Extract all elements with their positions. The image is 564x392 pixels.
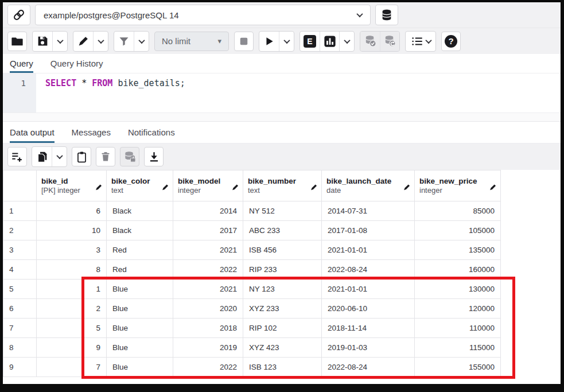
data-cell[interactable]: 2021-01-01 [322,240,415,260]
connection-select[interactable]: example/postgres@PostgreSQL 14 [35,5,371,25]
data-cell[interactable]: ISB 123 [243,358,322,377]
data-cell[interactable]: 160000 [415,260,501,280]
data-cell[interactable]: XYZ 233 [243,299,322,319]
column-header-bike_new_price[interactable]: bike_new_priceinteger [415,170,501,201]
execute-menu-button[interactable] [279,32,294,51]
data-cell[interactable]: Blue [107,338,173,358]
data-cell[interactable]: 2020-06-10 [322,299,415,319]
data-cell[interactable]: 5 [37,319,107,338]
data-cell[interactable]: NY 512 [243,201,322,221]
tab-query-history[interactable]: Query History [50,54,103,73]
data-cell[interactable]: 135000 [415,240,501,260]
copy-button[interactable] [32,147,52,166]
data-cell[interactable]: 130000 [415,280,501,299]
data-cell[interactable]: 2018-11-14 [322,319,415,338]
tab-notifications[interactable]: Notifications [128,122,175,143]
column-header-bike_launch_date[interactable]: bike_launch_datedate [322,170,415,201]
explain-analyze-button[interactable] [320,32,339,51]
tab-query[interactable]: Query [10,54,33,73]
data-cell[interactable]: NY 123 [243,280,322,299]
row-number-cell[interactable]: 3 [3,240,37,260]
row-number-cell[interactable]: 7 [3,319,37,338]
data-cell[interactable]: 2021 [173,280,243,299]
download-button[interactable] [144,147,164,166]
data-cell[interactable]: Red [107,240,173,260]
save-menu-button[interactable] [52,32,67,51]
data-cell[interactable]: Black [107,201,173,221]
data-cell[interactable]: 2021 [173,240,243,260]
edit-column-icon[interactable] [162,183,169,191]
data-cell[interactable]: ABC 233 [243,221,322,240]
panel-divider[interactable] [3,112,561,122]
row-number-header[interactable] [3,170,37,201]
data-cell[interactable]: 2017-01-08 [322,221,415,240]
edit-column-icon[interactable] [403,183,411,191]
save-data-button[interactable] [120,147,139,166]
stop-button[interactable] [234,32,254,51]
data-cell[interactable]: Blue [107,299,173,319]
data-cell[interactable]: XYZ 423 [243,338,322,358]
explain-button[interactable]: E [300,32,320,51]
data-cell[interactable]: 6 [37,201,107,221]
data-cell[interactable]: 110000 [415,319,501,338]
data-cell[interactable]: 7 [37,358,107,377]
edit-menu-button[interactable] [93,32,108,51]
row-limit-select[interactable]: No limit ▾ [154,32,229,51]
data-cell[interactable]: RIP 233 [243,260,322,280]
tab-data-output[interactable]: Data output [10,122,55,143]
data-cell[interactable]: 2022 [173,260,243,280]
new-connection-button[interactable] [375,5,398,25]
data-cell[interactable]: 10 [37,221,107,240]
data-cell[interactable]: 105000 [415,221,501,240]
edit-column-icon[interactable] [310,183,318,191]
connection-status-button[interactable] [7,5,30,25]
data-cell[interactable]: 2020 [173,299,243,319]
execute-button[interactable] [259,32,279,51]
data-cell[interactable]: Blue [107,319,173,338]
data-cell[interactable]: 2018 [173,319,243,338]
row-number-cell[interactable]: 8 [3,338,37,358]
column-header-bike_color[interactable]: bike_colortext [107,170,173,201]
edit-button[interactable] [73,32,93,51]
row-number-cell[interactable]: 6 [3,299,37,319]
data-cell[interactable]: Blue [107,280,173,299]
delete-row-button[interactable] [96,147,115,166]
row-number-cell[interactable]: 2 [3,221,37,240]
data-cell[interactable]: 2014-07-31 [322,201,415,221]
paste-button[interactable] [72,147,91,166]
filter-menu-button[interactable] [134,32,149,51]
copy-menu-button[interactable] [52,147,67,166]
data-cell[interactable]: RIP 102 [243,319,322,338]
save-button[interactable] [33,32,52,51]
row-number-cell[interactable]: 4 [3,260,37,280]
data-cell[interactable]: Black [107,221,173,240]
filter-button[interactable] [114,32,134,51]
commit-button[interactable] [360,32,380,51]
help-button[interactable]: ? [441,32,461,51]
edit-column-icon[interactable] [95,183,103,191]
edit-column-icon[interactable] [489,183,497,191]
edit-column-icon[interactable] [232,183,239,191]
column-header-bike_model[interactable]: bike_modelinteger [173,170,243,201]
data-cell[interactable]: 2019 [173,338,243,358]
data-cell[interactable]: 1 [37,280,107,299]
data-cell[interactable]: 2014 [173,201,243,221]
data-cell[interactable]: 155000 [415,358,501,377]
data-cell[interactable]: Red [107,260,173,280]
data-cell[interactable]: 115000 [415,338,501,358]
explain-menu-button[interactable] [339,32,354,51]
open-file-button[interactable] [7,32,27,51]
data-cell[interactable]: 8 [37,260,107,280]
sql-code-line[interactable]: SELECT * FROM bike_details; [36,73,185,112]
macros-button[interactable] [406,32,435,51]
rollback-button[interactable] [380,32,399,51]
data-cell[interactable]: Blue [107,358,173,377]
data-cell[interactable]: 2022 [173,358,243,377]
data-cell[interactable]: 2 [37,299,107,319]
data-cell[interactable]: 2017 [173,221,243,240]
column-header-bike_id[interactable]: bike_id[PK] integer [37,170,107,201]
tab-messages[interactable]: Messages [72,122,111,143]
data-cell[interactable]: 2019-01-03 [322,338,415,358]
column-header-bike_number[interactable]: bike_numbertext [243,170,322,201]
row-number-cell[interactable]: 1 [3,201,37,221]
